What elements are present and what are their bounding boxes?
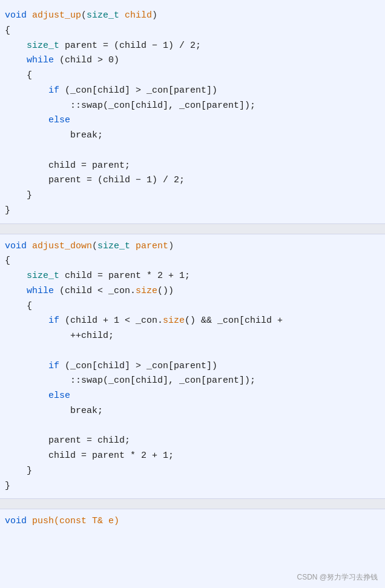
keyword-void-3: void xyxy=(5,516,27,526)
fn-push: push xyxy=(32,516,54,526)
type-size-t-3: size_t xyxy=(97,241,130,251)
keyword-else-1: else xyxy=(48,115,70,125)
fn-adjust-down: adjust_down xyxy=(32,241,92,251)
code-section-adjust-down: void adjust_down(size_t parent) { size_t… xyxy=(0,237,385,497)
keyword-while-1: while xyxy=(27,55,54,65)
method-size-1: size xyxy=(136,286,157,296)
watermark: CSDN @努力学习去挣钱 xyxy=(297,572,378,583)
brace-open-1: { xyxy=(5,25,10,36)
type-size-t-4: size_t xyxy=(27,271,59,281)
keyword-if-1: if xyxy=(48,85,59,96)
brace-open-2: { xyxy=(5,256,10,266)
keyword-if-3: if xyxy=(48,361,59,371)
keyword-else-2: else xyxy=(48,391,70,401)
method-size-2: size xyxy=(163,315,185,326)
keyword-while-2: while xyxy=(27,286,54,296)
section-divider-2 xyxy=(0,498,385,509)
var-parent-decl: parent = (child xyxy=(65,41,152,51)
param-parent: parent xyxy=(136,241,168,251)
keyword-void-2: void xyxy=(5,241,27,251)
code-container: void adjust_up(size_t child) { size_t pa… xyxy=(0,0,385,588)
type-size-t-1: size_t xyxy=(87,10,119,21)
keyword-if-2: if xyxy=(48,315,59,326)
code-section-push: void push(const T& e) xyxy=(0,512,385,532)
param-child-1: child xyxy=(125,10,152,21)
section-divider xyxy=(0,223,385,234)
code-section-adjust-up: void adjust_up(size_t child) { size_t pa… xyxy=(0,6,385,221)
fn-adjust-up: adjust_up xyxy=(32,10,81,21)
type-size-t-2: size_t xyxy=(27,41,59,51)
keyword-void: void xyxy=(5,10,27,21)
